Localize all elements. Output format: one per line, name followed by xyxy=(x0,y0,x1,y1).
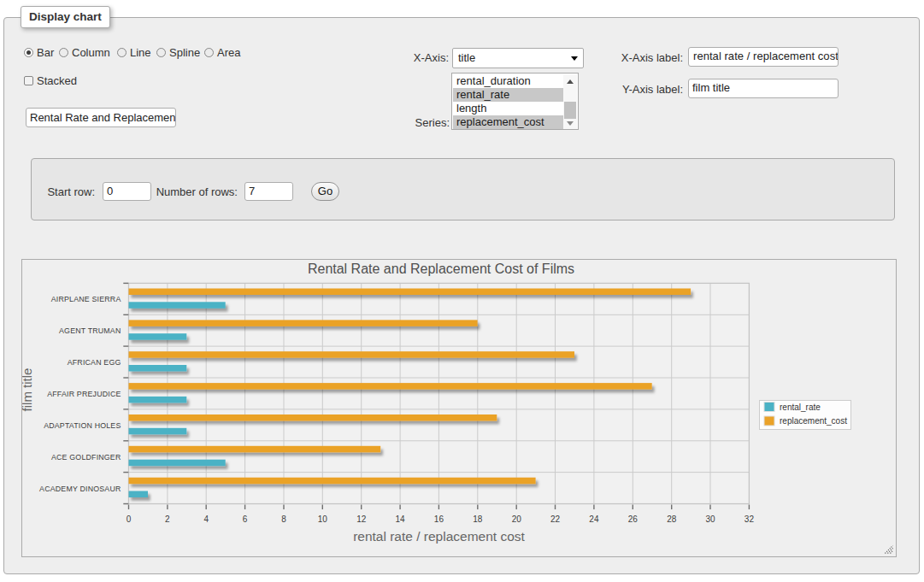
svg-text:12: 12 xyxy=(356,514,367,524)
svg-text:28: 28 xyxy=(667,514,677,524)
svg-text:4: 4 xyxy=(203,514,209,524)
svg-text:30: 30 xyxy=(705,514,715,524)
svg-text:24: 24 xyxy=(589,514,599,524)
svg-text:6: 6 xyxy=(243,514,248,524)
svg-text:2: 2 xyxy=(165,514,170,524)
svg-text:rental rate / replacement cost: rental rate / replacement cost xyxy=(353,529,525,544)
svg-text:AFFAIR PREJUDICE: AFFAIR PREJUDICE xyxy=(47,390,121,398)
svg-text:14: 14 xyxy=(396,514,406,524)
svg-text:replacement_cost: replacement_cost xyxy=(780,416,847,426)
svg-text:AIRPLANE SIERRA: AIRPLANE SIERRA xyxy=(51,295,121,303)
svg-text:8: 8 xyxy=(281,514,286,524)
svg-text:0: 0 xyxy=(127,514,132,524)
svg-text:Rental Rate and Replacement Co: Rental Rate and Replacement Cost of Film… xyxy=(308,262,574,276)
svg-text:ADAPTATION HOLES: ADAPTATION HOLES xyxy=(44,421,121,430)
svg-text:18: 18 xyxy=(473,514,483,524)
svg-text:32: 32 xyxy=(744,514,755,524)
svg-text:AGENT TRUMAN: AGENT TRUMAN xyxy=(59,326,121,335)
svg-text:AFRICAN EGG: AFRICAN EGG xyxy=(68,358,121,367)
svg-text:film title: film title xyxy=(22,368,34,412)
svg-text:22: 22 xyxy=(550,514,561,524)
svg-text:ACE GOLDFINGER: ACE GOLDFINGER xyxy=(51,453,121,461)
svg-text:26: 26 xyxy=(628,514,639,524)
svg-text:20: 20 xyxy=(512,514,522,524)
svg-text:rental_rate: rental_rate xyxy=(780,403,821,412)
svg-text:ACADEMY DINOSAUR: ACADEMY DINOSAUR xyxy=(39,485,121,493)
svg-text:16: 16 xyxy=(434,514,444,524)
svg-text:10: 10 xyxy=(318,514,328,524)
